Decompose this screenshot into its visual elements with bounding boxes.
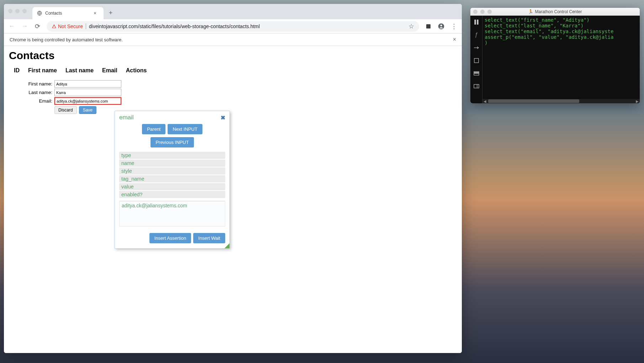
maximize-window-button[interactable]: [22, 9, 27, 13]
property-list: type name style tag_name value enabled?: [119, 152, 225, 198]
marathon-window: 🏃 Marathon Control Center ƒ select_text(…: [470, 8, 640, 103]
col-email: Email: [102, 67, 117, 74]
browser-window: Contacts × + ← → ⟳ Not Secure diveintoja…: [4, 4, 462, 353]
arrow-icon[interactable]: [470, 41, 482, 54]
function-icon[interactable]: ƒ: [470, 28, 482, 41]
save-button[interactable]: Save: [79, 106, 96, 114]
traffic-lights: [8, 9, 27, 13]
marathon-titlebar: 🏃 Marathon Control Center: [470, 8, 640, 16]
horizontal-scrollbar[interactable]: ◀ ▶: [482, 99, 640, 103]
close-infobar-icon[interactable]: ×: [453, 36, 456, 43]
previous-input-button[interactable]: Previous INPUT: [151, 137, 194, 147]
runner-icon: 🏃: [528, 9, 533, 14]
minimize-window-button[interactable]: [15, 9, 20, 13]
email-input[interactable]: [54, 97, 121, 105]
marathon-traffic-lights: [473, 10, 492, 14]
bookmark-icon[interactable]: ☆: [408, 22, 414, 30]
resize-handle[interactable]: [225, 243, 229, 248]
col-id: ID: [14, 67, 20, 74]
col-actions: Actions: [126, 67, 147, 74]
panel-icon[interactable]: [470, 80, 482, 93]
col-last-name: Last name: [65, 67, 94, 74]
separator: [86, 24, 86, 29]
code-line: select_text("email", "aditya.ck@jaliansy…: [485, 28, 613, 34]
tab-title: Contacts: [45, 11, 62, 16]
table-header-row: ID First name Last name Email Actions: [9, 65, 457, 76]
browser-tab[interactable]: Contacts ×: [32, 7, 104, 19]
popup-actions: Insert Assertion Insert Wait: [115, 229, 229, 248]
code-line: select_text("last_name", "Karra"): [485, 23, 584, 28]
popup-nav-2: Previous INPUT: [115, 137, 229, 150]
next-input-button[interactable]: Next INPUT: [168, 124, 202, 134]
discard-button[interactable]: Discard: [54, 106, 77, 114]
svg-rect-6: [474, 58, 479, 63]
svg-rect-1: [426, 24, 431, 28]
email-row: Email:: [9, 97, 457, 105]
contact-form: First name: Last name: Email: Discard Sa…: [9, 80, 457, 114]
prop-tag-name[interactable]: tag_name: [119, 175, 225, 182]
last-name-label: Last name:: [9, 90, 54, 95]
profile-icon[interactable]: [436, 21, 447, 32]
new-tab-button[interactable]: +: [106, 8, 116, 18]
insert-wait-button[interactable]: Insert Wait: [193, 233, 225, 243]
col-first-name: First name: [28, 67, 57, 74]
first-name-label: First name:: [9, 81, 54, 87]
extension-icon[interactable]: [423, 21, 434, 32]
marathon-minimize-button[interactable]: [480, 10, 485, 14]
popup-title: email: [119, 114, 134, 121]
parent-button[interactable]: Parent: [142, 124, 165, 134]
first-name-row: First name:: [9, 80, 457, 88]
value-display: aditya.ck@jaliansystems.com: [119, 201, 225, 227]
prop-name[interactable]: name: [119, 160, 225, 167]
reload-button[interactable]: ⟳: [32, 21, 43, 32]
keyboard-icon[interactable]: [470, 67, 482, 80]
close-tab-icon[interactable]: ×: [94, 10, 99, 16]
page-title: Contacts: [9, 50, 457, 62]
globe-icon: [37, 10, 42, 16]
close-popup-icon[interactable]: ✖: [221, 114, 225, 121]
popup-nav: Parent Next INPUT: [115, 124, 229, 137]
marathon-close-button[interactable]: [473, 10, 477, 14]
close-window-button[interactable]: [8, 9, 12, 13]
url-text: diveintojavascript.com/static/files/tuto…: [89, 24, 260, 29]
automation-infobar: Chrome is being controlled by automated …: [4, 33, 462, 46]
last-name-input[interactable]: [54, 89, 121, 96]
forward-button[interactable]: →: [19, 21, 30, 32]
scroll-thumb[interactable]: [488, 99, 579, 103]
page-content: Contacts ID First name Last name Email A…: [4, 46, 462, 353]
code-editor[interactable]: select_text("first_name", "Aditya") sele…: [482, 16, 640, 103]
back-button[interactable]: ←: [6, 21, 17, 32]
security-indicator[interactable]: Not Secure: [52, 24, 83, 29]
tab-strip: Contacts × +: [4, 4, 462, 19]
square-icon[interactable]: [470, 54, 482, 67]
last-name-row: Last name:: [9, 89, 457, 96]
pause-icon[interactable]: [470, 16, 482, 28]
browser-toolbar: ← → ⟳ Not Secure diveintojavascript.com/…: [4, 19, 462, 33]
svg-rect-9: [474, 84, 479, 88]
first-name-input[interactable]: [54, 80, 121, 88]
svg-rect-5: [477, 20, 478, 25]
address-bar[interactable]: Not Secure diveintojavascript.com/static…: [47, 21, 419, 32]
code-line: ): [485, 40, 487, 46]
prop-enabled[interactable]: enabled?: [119, 191, 225, 198]
scroll-left-icon[interactable]: ◀: [482, 99, 487, 103]
svg-rect-8: [474, 72, 479, 73]
marathon-sidebar: ƒ: [470, 16, 482, 103]
infobar-text: Chrome is being controlled by automated …: [10, 37, 123, 42]
prop-type[interactable]: type: [119, 152, 225, 159]
svg-rect-4: [474, 20, 476, 25]
marathon-body: ƒ select_text("first_name", "Aditya") se…: [470, 16, 640, 103]
marathon-maximize-button[interactable]: [487, 10, 492, 14]
code-line: assert_p("email", "value", "aditya.ck@ja…: [485, 34, 613, 40]
prop-style[interactable]: style: [119, 167, 225, 175]
assertion-popup: email ✖ Parent Next INPUT Previous INPUT…: [115, 111, 230, 249]
prop-value[interactable]: value: [119, 183, 225, 190]
email-label: Email:: [9, 98, 54, 104]
svg-point-3: [440, 25, 442, 26]
code-line: select_text("first_name", "Aditya"): [485, 17, 590, 23]
popup-header: email ✖: [115, 111, 229, 124]
security-label: Not Secure: [58, 24, 83, 29]
insert-assertion-button[interactable]: Insert Assertion: [149, 233, 191, 243]
scroll-right-icon[interactable]: ▶: [635, 99, 640, 103]
menu-icon[interactable]: ⋮: [448, 21, 460, 32]
